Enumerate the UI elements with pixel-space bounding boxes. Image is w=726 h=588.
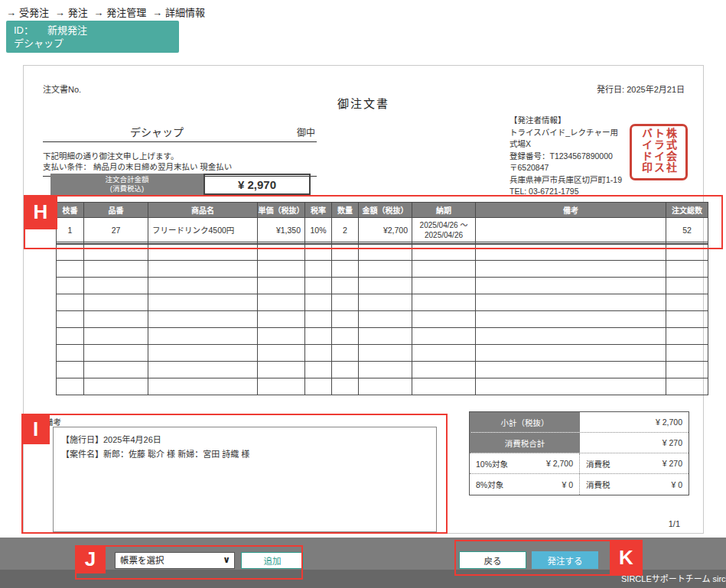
remarks-line-case-name: 【案件名】新郎：佐藤 聡介 様 新婦：宮田 詩織 様: [61, 447, 428, 462]
document-title: 御注文書: [24, 95, 703, 111]
order-id-line: ID：新規発注: [14, 24, 171, 37]
order-no-label: 注文書No.: [43, 83, 81, 95]
empty-table-row: [57, 311, 708, 328]
breadcrumb: →受発注 →発注 →発注管理 →詳細情報: [6, 5, 208, 19]
tax-10-row: 10%対象 ¥ 2,700 消費税 ¥ 270: [470, 453, 689, 474]
empty-table-row: [57, 261, 708, 278]
breadcrumb-arrow: →: [6, 7, 16, 18]
remarks-box: 【施行日】2025年4月26日 【案件名】新郎：佐藤 聡介 様 新婦：宮田 詩織…: [53, 427, 437, 532]
cell-delivery-date: 2025/04/26 ～ 2025/04/26: [412, 218, 476, 242]
greeting-text: 下記明細の通り御注文申し上げます。: [43, 150, 178, 161]
subtotal-label: 小計（税抜）: [470, 412, 580, 432]
empty-table-row: [57, 328, 708, 345]
cell-quantity: 2: [332, 218, 359, 242]
col-header-branch-no: 枝番: [57, 203, 84, 218]
purchase-order-document: 注文書No. 発行日: 2025年2月21日 御注文書 デシャップ 御中 下記明…: [23, 65, 704, 534]
order-item-row: 1 27 フリードリンク4500円 ¥1,350 10% 2 ¥2,700 20…: [57, 218, 708, 242]
col-header-product-name: 商品名: [148, 203, 258, 218]
tax-8-tax-value: ¥ 0: [634, 474, 689, 495]
orderer-line: TEL: 03-6721-1795: [510, 186, 651, 198]
empty-table-row: [57, 362, 708, 378]
order-total-label-line1: 注文合計金額: [105, 175, 148, 184]
tax-total-label: 消費税合計: [470, 433, 580, 453]
issue-date: 発行日: 2025年2月21日: [597, 83, 685, 95]
subtotal-row: 小計（税抜） ¥ 2,700: [470, 412, 689, 433]
report-select-wrap: 帳票を選択 ∨: [115, 552, 235, 569]
breadcrumb-arrow: →: [55, 7, 65, 18]
remarks-line-event-date: 【施行日】2025年4月26日: [61, 433, 428, 447]
add-button[interactable]: 追加: [241, 552, 304, 569]
page-indicator: 1/1: [669, 519, 680, 528]
tax-10-base-value: ¥ 2,700: [525, 453, 580, 473]
order-vendor-name: デシャップ: [14, 37, 171, 50]
order-total-label: 注文合計金額 (消費税込): [50, 174, 203, 195]
cell-product-name: フリードリンク4500円: [148, 218, 258, 242]
annotation-label-k: K: [610, 540, 643, 576]
vendor-line: デシャップ 御中: [43, 121, 317, 142]
company-seal-stamp: 株式会社 トライス バイド印: [630, 124, 688, 180]
page: →受発注 →発注 →発注管理 →詳細情報 ID：新規発注 デシャップ 注文書No…: [0, 0, 726, 588]
order-id-label: ID：: [14, 24, 34, 36]
tax-10-tax-label: 消費税: [579, 453, 634, 473]
col-header-remarks: 備考: [476, 203, 666, 218]
back-button[interactable]: 戻る: [459, 551, 526, 569]
order-table-empty-body: [57, 244, 708, 395]
cell-item-no: 27: [84, 218, 148, 242]
cell-remarks: [476, 218, 666, 242]
breadcrumb-arrow: →: [93, 7, 103, 18]
tax-8-base-label: 8%対象: [470, 474, 525, 495]
col-header-unit-price: 単価（税抜）: [258, 203, 305, 218]
cell-branch-no: 1: [57, 218, 84, 242]
order-items-table: 枝番 品番 商品名 単価（税抜） 税率 数量 金額（税抜） 納期 備考 注文総数…: [56, 202, 708, 395]
breadcrumb-item-management[interactable]: 発注管理: [106, 7, 146, 18]
place-order-button[interactable]: 発注する: [532, 551, 598, 569]
annotation-label-i: I: [21, 414, 50, 444]
tax-total-row: 消費税合計 ¥ 270: [470, 433, 689, 453]
col-header-total-order-qty: 注文総数: [666, 203, 708, 218]
col-header-delivery-date: 納期: [412, 203, 476, 218]
tax-8-tax-label: 消費税: [579, 474, 634, 495]
breadcrumb-item-detail: 詳細情報: [165, 7, 205, 18]
stamp-column: バイド印: [641, 128, 652, 177]
cell-amount: ¥2,700: [359, 218, 412, 242]
breadcrumb-item-purchase[interactable]: 発注: [68, 7, 88, 18]
report-select[interactable]: 帳票を選択: [115, 552, 235, 569]
annotation-label-h: H: [24, 195, 57, 229]
subtotal-value: ¥ 2,700: [580, 412, 689, 432]
empty-table-row: [57, 244, 708, 261]
cell-total-order-qty: 52: [666, 218, 708, 242]
order-total-box: 注文合計金額 (消費税込) ¥ 2,970: [50, 174, 311, 195]
orderer-heading: 【発注者情報】: [510, 115, 651, 127]
empty-table-row: [57, 294, 708, 311]
order-total-value: ¥ 2,970: [203, 174, 311, 195]
breadcrumb-arrow: →: [152, 7, 162, 18]
stamp-column: 株式会社: [666, 128, 676, 177]
empty-table-row: [57, 378, 708, 395]
tax-10-tax-value: ¥ 270: [634, 453, 689, 473]
order-id-badge: ID：新規発注 デシャップ: [6, 21, 179, 53]
col-header-amount: 金額（税抜）: [359, 203, 412, 218]
tax-8-base-value: ¥ 0: [525, 474, 580, 495]
vendor-name: デシャップ: [43, 124, 271, 139]
cell-tax-rate: 10%: [305, 218, 332, 242]
col-header-tax-rate: 税率: [305, 203, 332, 218]
breadcrumb-item-orders[interactable]: 受発注: [19, 7, 49, 18]
empty-table-row: [57, 278, 708, 294]
empty-table-row: [57, 345, 708, 362]
totals-table: 小計（税抜） ¥ 2,700 消費税合計 ¥ 270 10%対象 ¥ 2,700…: [469, 411, 689, 495]
tax-total-value: ¥ 270: [580, 433, 689, 453]
annotation-label-j: J: [75, 545, 106, 573]
tax-10-base-label: 10%対象: [470, 453, 525, 473]
order-total-label-line2: (消費税込): [110, 184, 144, 193]
cell-unit-price: ¥1,350: [258, 218, 305, 242]
order-table-header-row: 枝番 品番 商品名 単価（税抜） 税率 数量 金額（税抜） 納期 備考 注文総数: [57, 203, 708, 218]
vendor-honorific: 御中: [297, 125, 315, 138]
col-header-item-no: 品番: [84, 203, 148, 218]
stamp-column: トライス: [653, 128, 664, 177]
tax-8-row: 8%対象 ¥ 0 消費税 ¥ 0: [470, 474, 689, 495]
col-header-quantity: 数量: [332, 203, 359, 218]
order-id-value: 新規発注: [47, 24, 87, 36]
